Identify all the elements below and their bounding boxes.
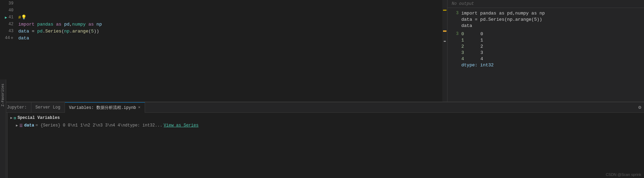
line-41: ▶ 41 xyxy=(0,14,16,21)
code-line-40 xyxy=(18,7,440,14)
output-result-row-2: 2 2 xyxy=(452,43,640,49)
lib-numpy: numpy xyxy=(72,22,86,27)
view-as-series-link[interactable]: View as Series xyxy=(164,123,199,128)
alias-np: np xyxy=(96,22,102,27)
tab-variables-label: Variables: 数据分析流程.ipynb xyxy=(69,105,136,111)
line-40: 40 xyxy=(0,7,16,14)
output-result-row-0: 3 0 0 xyxy=(452,31,640,37)
lib-pandas: pandas xyxy=(37,22,54,27)
variables-panel: ▶ ⊞ Special Variables ▶ ☰ data = {Series… xyxy=(8,113,644,178)
watermark: CSDN @Scan sprink xyxy=(606,172,641,177)
tab-server-log[interactable]: Server Log xyxy=(31,102,65,113)
output-code-group: 3 import pandas as pd,numpy as np data =… xyxy=(452,10,640,29)
output-code-line-2: data = pd.Series(np.arange(5)) xyxy=(452,16,640,22)
num-5: 5 xyxy=(91,29,94,34)
code-line-43: data = pd.Series(np.arange(5)) xyxy=(18,28,440,35)
panel-content: ↻ ▶ ⚙ Z-Structure ▶ ⊞ Special Variables … xyxy=(0,113,644,178)
output-code-line-1: 3 import pandas as pd,numpy as np xyxy=(452,10,640,16)
bottom-panel: Jupyter: Server Log Variables: 数据分析流程.ip… xyxy=(0,102,644,178)
z-favorites-label: Z-Favorites xyxy=(1,84,5,106)
var-name-data: data xyxy=(24,123,34,128)
scrollbar-marker-top xyxy=(443,10,446,11)
add-line-icon[interactable]: + xyxy=(11,35,13,41)
keyword-as2: as xyxy=(88,22,94,27)
list-icon: ☰ xyxy=(19,123,23,128)
code-line-44: data xyxy=(18,35,440,41)
code-panel: 39 40 ▶ 41 42 43 44 + xyxy=(0,0,447,102)
expand-data-icon[interactable]: ▶ xyxy=(16,123,18,128)
grid-icon: ⊞ xyxy=(14,116,16,120)
output-result-row-1: 1 1 xyxy=(452,37,640,43)
output-panel: No output 3 import pandas as pd,numpy as… xyxy=(447,0,644,102)
output-line-num: 3 xyxy=(452,11,459,16)
settings-button[interactable]: ⚙ xyxy=(638,104,641,110)
var-data-ref: data xyxy=(18,36,29,41)
editor-area: 39 40 ▶ 41 42 43 44 + xyxy=(0,0,644,102)
alias-pd: pd xyxy=(64,22,70,27)
keyword-as1: as xyxy=(56,22,61,27)
code-line-42: import pandas as pd,numpy as np xyxy=(18,21,440,28)
code-line-39 xyxy=(18,0,440,7)
pd-ref: pd xyxy=(37,29,43,34)
line-43: 43 xyxy=(0,28,16,35)
scrollbar-marker-mid xyxy=(443,30,446,32)
var-value-data: = {Series} 0 0\n1 1\n2 2\n3 3\n4 4\ndtyp… xyxy=(36,123,162,128)
z-favorites-sidebar: Z-Favorites xyxy=(0,79,6,178)
lightbulb-icon: 💡 xyxy=(21,15,27,20)
op-equals: = xyxy=(32,29,35,34)
output-result-row-4: 4 4 xyxy=(452,56,640,62)
var-data: data xyxy=(18,29,29,34)
scrollbar-marker-bot xyxy=(444,41,446,42)
run-cell-icon[interactable]: ▶ xyxy=(5,15,7,20)
code-line-41: #💡 xyxy=(18,14,440,21)
expand-special-icon[interactable]: ▶ xyxy=(10,116,12,120)
keyword-import: import xyxy=(18,22,35,27)
output-dtype-line: dtype: int32 xyxy=(452,62,640,68)
output-content: 3 import pandas as pd,numpy as np data =… xyxy=(448,8,644,102)
tab-jupyter-label: Jupyter: xyxy=(7,105,27,110)
output-result-row-3: 3 3 xyxy=(452,49,640,56)
cell-marker: # xyxy=(18,15,21,20)
func-series: Series xyxy=(45,29,61,34)
data-variable-row: ▶ ☰ data = {Series} 0 0\n1 1\n2 2\n3 3\n… xyxy=(8,122,644,129)
special-variables-label: Special Variables xyxy=(18,115,60,120)
tab-jupyter[interactable]: Jupyter: xyxy=(3,102,31,113)
func-arange: arange xyxy=(72,29,88,34)
special-variables-row: ▶ ⊞ Special Variables xyxy=(8,114,644,122)
line-42: 42 xyxy=(0,21,16,28)
output-code-line-3: data xyxy=(452,22,640,29)
tab-close-icon[interactable]: × xyxy=(138,105,141,110)
editor-scrollbar[interactable] xyxy=(442,0,447,102)
output-result-num: 3 xyxy=(452,31,459,36)
output-result-group: 3 0 0 1 1 2 2 3 3 xyxy=(452,31,640,68)
tab-variables[interactable]: Variables: 数据分析流程.ipynb × xyxy=(65,102,145,113)
tab-server-log-label: Server Log xyxy=(36,105,60,110)
line-44: 44 + xyxy=(0,35,16,41)
no-output-label: No output xyxy=(448,0,644,8)
line-39: 39 xyxy=(0,0,16,7)
tabs-bar: Jupyter: Server Log Variables: 数据分析流程.ip… xyxy=(0,102,644,113)
np-ref: np xyxy=(64,29,70,34)
code-content: #💡 import pandas as pd,numpy as np data … xyxy=(16,0,442,102)
